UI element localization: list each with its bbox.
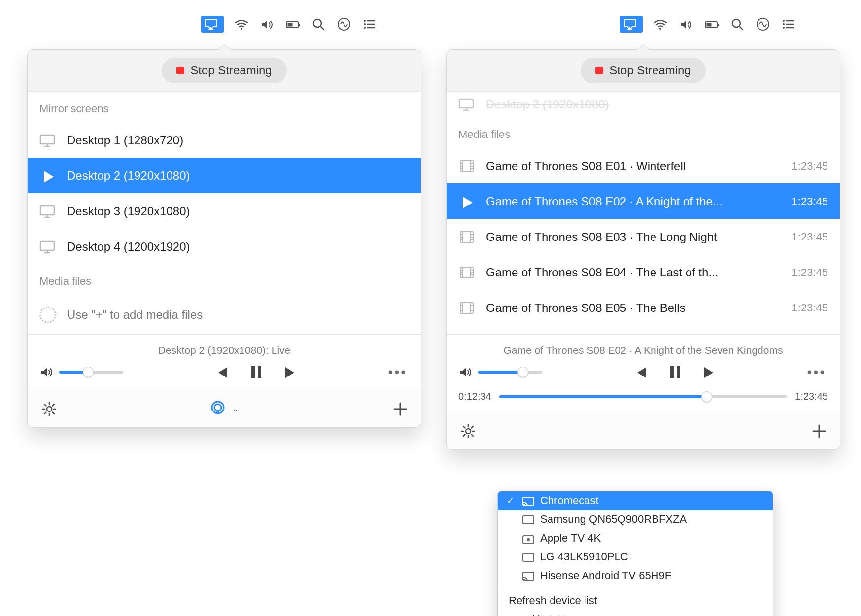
device-item[interactable]: ✓ Chromecast [498, 491, 773, 510]
stop-icon [176, 67, 184, 74]
stop-streaming-button[interactable]: Stop Streaming [162, 58, 286, 83]
prev-button[interactable] [213, 365, 228, 379]
refresh-devices[interactable]: Refresh device list [498, 591, 773, 610]
device-item[interactable]: Apple TV 4K [498, 529, 773, 548]
add-button[interactable] [811, 423, 826, 438]
wifi-icon[interactable] [653, 18, 668, 31]
panel-header: Stop Streaming [28, 50, 421, 92]
desktop-item[interactable]: Desktop 3 (1920x1080) [28, 193, 421, 229]
media-time: 1:23:45 [792, 266, 828, 279]
progress-bar[interactable] [499, 395, 788, 398]
device-name: Samsung QN65Q900RBFXZA [540, 513, 687, 526]
stop-icon [595, 67, 603, 74]
media-title: Game of Thrones S08 E04 · The Last of th… [486, 266, 781, 279]
appletv-icon [521, 533, 534, 544]
device-menu: ✓ Chromecast Samsung QN65Q900RBFXZA Appl… [497, 491, 773, 616]
volume-icon[interactable] [678, 18, 694, 31]
volume-slider[interactable] [59, 371, 123, 374]
device-name: LG 43LK5910PLC [540, 550, 628, 563]
toolbar: ⌄ [28, 389, 421, 427]
volume-icon[interactable] [458, 365, 472, 379]
elapsed-time: 0:12:34 [458, 391, 491, 402]
more-button[interactable]: ••• [807, 364, 828, 380]
volume-icon[interactable] [259, 18, 275, 31]
cast-icon [521, 570, 534, 581]
wifi-icon[interactable] [234, 18, 249, 31]
battery-icon[interactable] [285, 18, 301, 31]
media-title: Game of Thrones S08 E02 · A Knight of th… [486, 195, 781, 208]
prev-button[interactable] [632, 365, 647, 379]
placeholder-icon [39, 307, 56, 323]
play-icon [458, 195, 475, 208]
monitor-icon [39, 240, 56, 254]
monitor-icon [458, 98, 475, 111]
film-icon [458, 159, 475, 173]
settings-button[interactable] [41, 401, 56, 416]
player-area: Desktop 2 (1920x1080): Live ••• [28, 334, 421, 389]
search-icon[interactable] [729, 18, 745, 31]
airplay-icon[interactable] [201, 16, 224, 33]
play-icon [39, 169, 56, 183]
device-name: Apple TV 4K [540, 532, 601, 545]
list-icon[interactable] [781, 18, 796, 31]
media-time: 1:23:45 [792, 231, 828, 243]
media-item-cutoff [447, 325, 840, 334]
stop-label: Stop Streaming [609, 64, 690, 77]
cast-target-button[interactable]: ⌄ [210, 400, 239, 417]
more-button[interactable]: ••• [388, 364, 409, 380]
now-playing-label: Desktop 2 (1920x1080): Live [39, 344, 409, 356]
media-item[interactable]: Game of Thrones S08 E04 · The Last of th… [447, 254, 840, 290]
menu-separator [498, 588, 773, 588]
media-title: Game of Thrones S08 E01 · Winterfell [486, 159, 781, 173]
media-time: 1:23:45 [792, 195, 828, 208]
siri-icon[interactable] [755, 18, 771, 31]
desktop-label: Desktop 2 (1920x1080) [67, 169, 409, 183]
siri-icon[interactable] [336, 18, 352, 31]
device-item[interactable]: Samsung QN65Q900RBFXZA [498, 510, 773, 529]
desktop-label: Desktop 3 (1920x1080) [67, 205, 409, 218]
need-help[interactable]: Need help? [498, 610, 773, 616]
film-icon [458, 230, 475, 244]
volume-icon[interactable] [39, 365, 53, 379]
next-button[interactable] [283, 365, 298, 379]
media-item[interactable]: Game of Thrones S08 E05 · The Bells 1:23… [447, 290, 840, 325]
volume-slider[interactable] [478, 371, 542, 374]
desktop-label: Desktop 2 (1920x1080) [486, 98, 609, 111]
film-icon [458, 266, 475, 279]
desktop-label: Desktop 1 (1280x720) [67, 134, 409, 147]
device-item[interactable]: LG 43LK5910PLC [498, 548, 773, 566]
tv-icon [521, 551, 534, 562]
device-name: Hisense Android TV 65H9F [540, 569, 671, 582]
panel-header: Stop Streaming [447, 50, 840, 92]
desktop-item-cutoff[interactable]: Desktop 2 (1920x1080) [447, 92, 840, 117]
media-time: 1:23:45 [792, 160, 828, 172]
now-playing-label: Game of Thrones S08 E02 · A Knight of th… [458, 344, 828, 356]
film-icon [458, 301, 475, 315]
monitor-icon [39, 205, 56, 218]
media-title: Game of Thrones S08 E05 · The Bells [486, 301, 781, 315]
desktop-item[interactable]: Desktop 1 (1280x720) [28, 122, 421, 158]
media-item[interactable]: Game of Thrones S08 E03 · The Long Night… [447, 219, 840, 254]
settings-button[interactable] [460, 423, 475, 438]
media-time: 1:23:45 [792, 302, 828, 314]
desktop-item[interactable]: Desktop 4 (1200x1920) [28, 229, 421, 264]
search-icon[interactable] [310, 18, 326, 31]
media-item[interactable]: Game of Thrones S08 E01 · Winterfell 1:2… [447, 148, 840, 183]
battery-icon[interactable] [704, 18, 720, 31]
section-media-title: Media files [28, 264, 421, 295]
pause-button[interactable] [248, 364, 264, 380]
desktop-label: Desktop 4 (1200x1920) [67, 240, 409, 254]
section-media-title: Media files [447, 117, 840, 148]
monitor-icon [39, 134, 56, 147]
media-title: Game of Thrones S08 E03 · The Long Night [486, 230, 781, 244]
list-icon[interactable] [362, 18, 378, 31]
player-area: Game of Thrones S08 E02 · A Knight of th… [447, 334, 840, 411]
device-item[interactable]: Hisense Android TV 65H9F [498, 566, 773, 585]
next-button[interactable] [702, 365, 717, 379]
stop-streaming-button[interactable]: Stop Streaming [581, 58, 705, 83]
pause-button[interactable] [667, 364, 683, 380]
airplay-icon[interactable] [620, 16, 643, 33]
add-button[interactable] [392, 401, 407, 416]
media-item[interactable]: Game of Thrones S08 E02 · A Knight of th… [447, 183, 840, 219]
desktop-item[interactable]: Desktop 2 (1920x1080) [28, 158, 421, 193]
